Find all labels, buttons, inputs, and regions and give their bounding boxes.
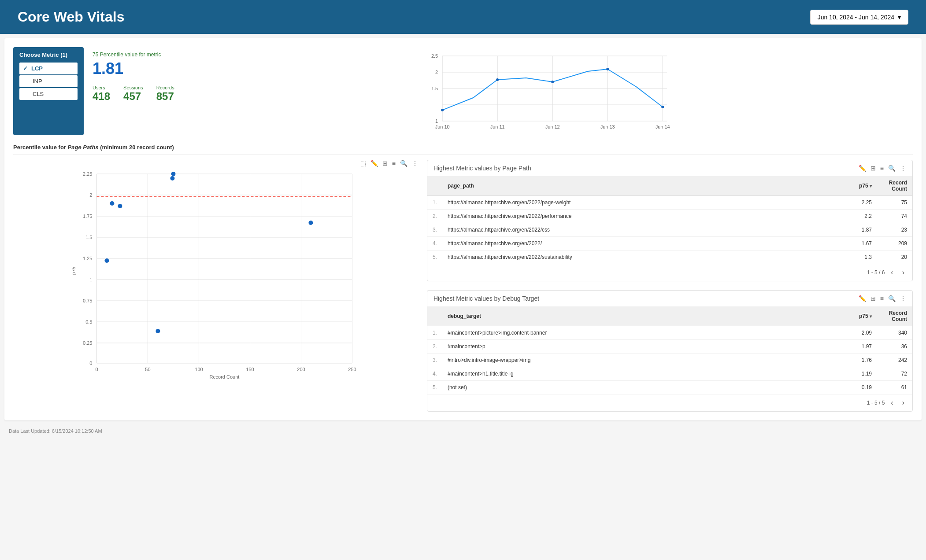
table-row: 2. #maincontent>p 1.97 36	[427, 340, 912, 354]
choose-metric-label: Choose Metric (1)	[19, 52, 78, 58]
svg-point-65	[156, 329, 160, 333]
filter-icon[interactable]: ≡	[392, 160, 396, 167]
scatter-panel: ⬚ ✏️ ⊞ ≡ 🔍 ⋮	[13, 160, 418, 412]
svg-text:0.5: 0.5	[85, 319, 92, 324]
page-path-next-btn[interactable]: ›	[900, 268, 907, 277]
page-header: Core Web Vitals Jun 10, 2024 - Jun 14, 2…	[0, 0, 926, 34]
svg-text:Jun 13: Jun 13	[600, 124, 615, 129]
edit-icon[interactable]: ✏️	[859, 165, 866, 172]
p75-cell: 2.09	[801, 326, 877, 340]
svg-point-20	[496, 78, 499, 81]
page-path-table-icons: ✏️ ⊞ ≡ 🔍 ⋮	[859, 165, 906, 172]
page-path-table-title: Highest Metric values by Page Path	[433, 165, 531, 172]
target-cell: (not set)	[442, 381, 801, 394]
p75-cell: 1.97	[801, 340, 877, 354]
search-icon[interactable]: 🔍	[400, 160, 407, 167]
debug-prev-btn[interactable]: ‹	[888, 398, 896, 408]
date-range-button[interactable]: Jun 10, 2024 - Jun 14, 2024 ▾	[810, 10, 908, 25]
count-cell: 23	[877, 223, 912, 237]
col-debug-target[interactable]: debug_target	[442, 306, 801, 326]
page-path-prev-btn[interactable]: ‹	[888, 268, 896, 277]
svg-text:1.25: 1.25	[83, 256, 92, 261]
row-num: 1.	[427, 196, 442, 210]
row-num: 4.	[427, 367, 442, 381]
svg-text:Record Count: Record Count	[210, 374, 240, 379]
table-row: 1. https://almanac.httparchive.org/en/20…	[427, 196, 912, 210]
metric-option-cls[interactable]: CLS	[19, 88, 78, 100]
edit-icon[interactable]: ✏️	[859, 295, 866, 302]
count-cell: 340	[877, 326, 912, 340]
table-row: 5. https://almanac.httparchive.org/en/20…	[427, 251, 912, 264]
col-record-count[interactable]: RecordCount	[877, 306, 912, 326]
users-label: Users	[93, 85, 110, 90]
chevron-down-icon: ▾	[898, 14, 901, 21]
col-p75[interactable]: p75 ▾	[813, 176, 877, 196]
filter-sliders-icon[interactable]: ⊞	[382, 160, 388, 167]
svg-text:1: 1	[435, 118, 438, 124]
select-icon[interactable]: ⬚	[360, 160, 366, 167]
svg-text:2.5: 2.5	[431, 53, 438, 59]
svg-point-19	[441, 109, 444, 111]
svg-text:1.5: 1.5	[431, 86, 438, 91]
col-p75[interactable]: p75 ▾	[801, 306, 877, 326]
top-section: Choose Metric (1) ✓ LCP INP CLS 75 Perce…	[13, 47, 913, 135]
svg-point-22	[606, 68, 609, 70]
filter-icon[interactable]: ≡	[880, 295, 884, 302]
line-chart-container: 2.5 2 1.5 1 Jun 10 Jun 11 Jun 12 Jun 13 …	[183, 47, 913, 135]
p75-cell: 0.19	[801, 381, 877, 394]
debug-page-info: 1 - 5 / 5	[867, 400, 885, 406]
metric-option-lcp[interactable]: ✓ LCP	[19, 63, 78, 74]
col-page-path[interactable]: page_path	[442, 176, 813, 196]
svg-text:2: 2	[435, 70, 438, 75]
metric-stats: 75 Percentile value for metric 1.81 User…	[93, 47, 174, 135]
path-cell: https://almanac.httparchive.org/en/2022/…	[442, 251, 813, 264]
p75-cell: 2.25	[813, 196, 877, 210]
p75-cell: 1.87	[813, 223, 877, 237]
row-num: 3.	[427, 354, 442, 367]
metric-option-inp[interactable]: INP	[19, 75, 78, 87]
svg-point-63	[110, 201, 114, 206]
choose-metric-dropdown[interactable]: Choose Metric (1) ✓ LCP INP CLS	[13, 47, 84, 135]
more-icon[interactable]: ⋮	[900, 165, 906, 172]
right-tables: Highest Metric values by Page Path ✏️ ⊞ …	[427, 160, 913, 412]
search-icon[interactable]: 🔍	[888, 295, 896, 302]
row-num: 2.	[427, 340, 442, 354]
count-cell: 61	[877, 381, 912, 394]
percentile-label: 75 Percentile value for metric	[93, 52, 174, 58]
sliders-icon[interactable]: ⊞	[870, 165, 876, 172]
row-num: 1.	[427, 326, 442, 340]
path-cell: https://almanac.httparchive.org/en/2022/…	[442, 196, 813, 210]
stats-row: Users 418 Sessions 457 Records 857	[93, 85, 174, 103]
sliders-icon[interactable]: ⊞	[870, 295, 876, 302]
col-record-count[interactable]: RecordCount	[877, 176, 912, 196]
more-icon[interactable]: ⋮	[900, 295, 906, 302]
count-cell: 242	[877, 354, 912, 367]
page-path-pagination: 1 - 5 / 6 ‹ ›	[427, 264, 912, 281]
more-icon[interactable]: ⋮	[412, 160, 418, 167]
row-num: 5.	[427, 381, 442, 394]
p75-cell: 1.67	[813, 237, 877, 251]
count-cell: 75	[877, 196, 912, 210]
svg-text:0: 0	[95, 367, 98, 372]
table-row: 1. #maincontent>picture>img.content-bann…	[427, 326, 912, 340]
svg-text:Jun 14: Jun 14	[655, 124, 670, 129]
records-label: Records	[156, 85, 174, 90]
debug-pagination: 1 - 5 / 5 ‹ ›	[427, 394, 912, 411]
debug-next-btn[interactable]: ›	[900, 398, 907, 408]
percentile-value: 1.81	[93, 59, 174, 78]
page-path-page-info: 1 - 5 / 6	[867, 269, 885, 276]
svg-point-23	[661, 106, 664, 108]
main-container: Choose Metric (1) ✓ LCP INP CLS 75 Perce…	[4, 38, 922, 420]
debug-table-header: Highest Metric values by Debug Target ✏️…	[427, 291, 912, 306]
bottom-section: ⬚ ✏️ ⊞ ≡ 🔍 ⋮	[13, 160, 913, 412]
svg-point-60	[171, 172, 175, 176]
table-row: 5. (not set) 0.19 61	[427, 381, 912, 394]
users-value: 418	[93, 90, 110, 103]
edit-icon[interactable]: ✏️	[370, 160, 378, 167]
page-path-table: page_path p75 ▾ RecordCount 1. https://a…	[427, 176, 912, 264]
search-icon[interactable]: 🔍	[888, 165, 896, 172]
filter-icon[interactable]: ≡	[880, 165, 884, 172]
count-cell: 209	[877, 237, 912, 251]
debug-table-icons: ✏️ ⊞ ≡ 🔍 ⋮	[859, 295, 906, 302]
svg-text:0.25: 0.25	[83, 340, 92, 346]
